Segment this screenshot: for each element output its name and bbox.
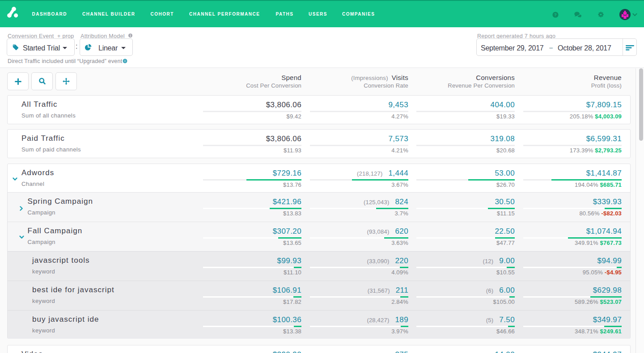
svg-text:?: ? (554, 12, 557, 17)
